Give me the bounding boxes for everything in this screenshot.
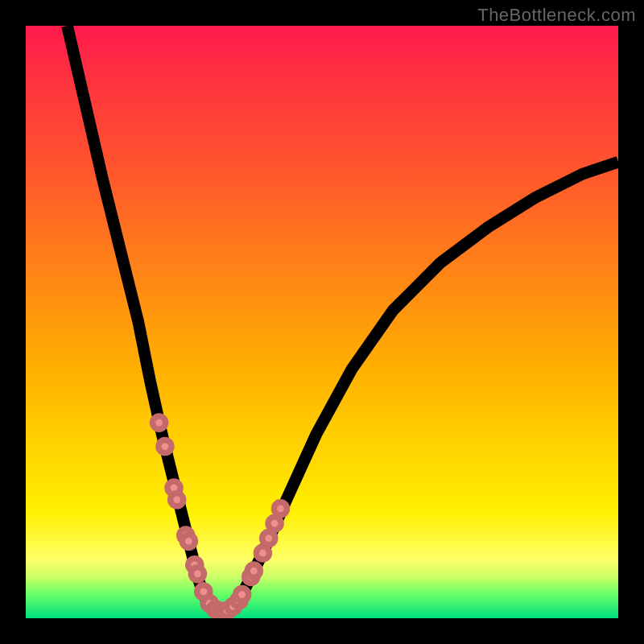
scatter-dot — [182, 535, 195, 547]
scatter-dot — [188, 559, 201, 572]
scatter-dot — [221, 604, 233, 617]
scatter-dot — [262, 532, 275, 545]
scatter-dot — [167, 481, 180, 494]
scatter-dot — [268, 517, 281, 530]
scatter-dot — [203, 597, 216, 610]
scatter-dot — [208, 603, 221, 616]
scatter-dot — [256, 547, 269, 559]
scatter-dot — [247, 564, 260, 577]
scatter-dot — [159, 440, 171, 452]
scatter-dot — [197, 585, 210, 598]
curve-bottom-flat — [209, 606, 233, 612]
curve-right-branch — [233, 162, 618, 606]
scatter-dots — [153, 416, 287, 617]
scatter-dot — [171, 493, 184, 506]
scatter-dot — [274, 502, 287, 515]
chart-svg — [26, 26, 618, 618]
scatter-dot — [236, 588, 249, 601]
scatter-dot — [227, 600, 240, 613]
curve-left-branch — [68, 26, 210, 606]
scatter-dot — [215, 605, 228, 617]
scatter-dot — [180, 529, 192, 542]
scatter-dot — [233, 594, 246, 607]
watermark-text: TheBottleneck.com — [477, 5, 636, 26]
scatter-dot — [191, 568, 204, 580]
scatter-dot — [245, 570, 258, 583]
scatter-dot — [153, 416, 166, 429]
plot-area — [26, 26, 618, 618]
